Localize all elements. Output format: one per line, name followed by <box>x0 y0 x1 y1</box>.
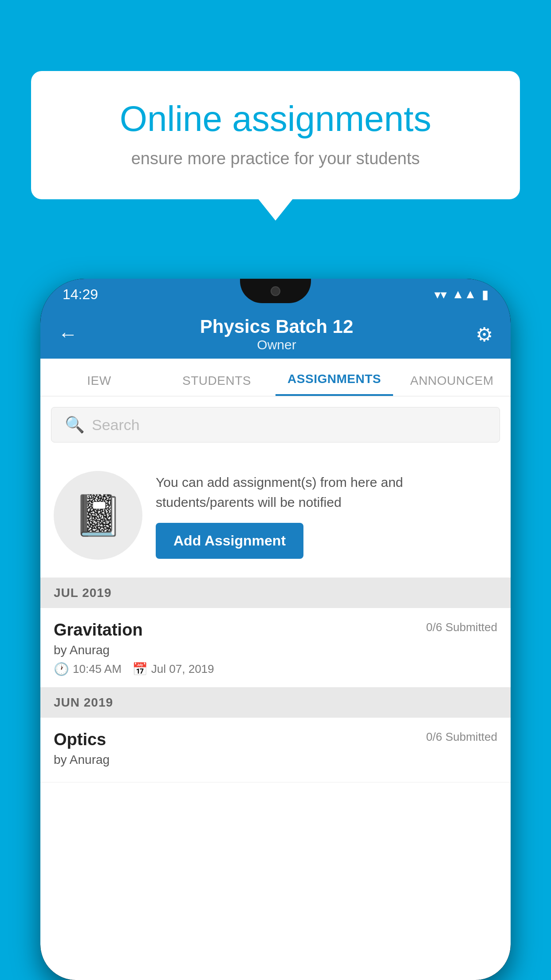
assignment-optics[interactable]: Optics 0/6 Submitted by Anurag <box>40 718 511 782</box>
assignment-top-row-optics: Optics 0/6 Submitted <box>54 730 497 749</box>
app-header: ← Physics Batch 12 Owner ⚙ <box>40 310 511 359</box>
phone-content: 🔍 Search 📓 You can add assignment(s) fro… <box>40 396 511 980</box>
calendar-icon: 📅 <box>132 662 148 676</box>
speech-bubble: Online assignments ensure more practice … <box>31 71 520 199</box>
add-assignment-section: 📓 You can add assignment(s) from here an… <box>40 453 511 578</box>
signal-icon: ▲▲ <box>452 287 476 301</box>
add-assignment-description: You can add assignment(s) from here and … <box>156 472 497 512</box>
back-button[interactable]: ← <box>58 323 78 345</box>
assignment-submitted-optics: 0/6 Submitted <box>426 730 497 744</box>
assignment-by-optics: by Anurag <box>54 753 497 767</box>
wifi-icon: ▾▾ <box>434 287 447 302</box>
add-assignment-right: You can add assignment(s) from here and … <box>156 472 497 559</box>
settings-button[interactable]: ⚙ <box>476 323 493 346</box>
speech-bubble-container: Online assignments ensure more practice … <box>31 71 520 199</box>
camera <box>271 286 280 296</box>
section-header-jun: JUN 2019 <box>40 688 511 718</box>
assignment-submitted-gravitation: 0/6 Submitted <box>426 620 497 634</box>
search-bar[interactable]: 🔍 Search <box>51 407 500 443</box>
search-placeholder: Search <box>92 416 140 434</box>
tabs-bar: IEW STUDENTS ASSIGNMENTS ANNOUNCEM <box>40 359 511 396</box>
header-center: Physics Batch 12 Owner <box>200 316 354 352</box>
assignment-date-gravitation: 📅 Jul 07, 2019 <box>132 662 214 676</box>
assignment-gravitation[interactable]: Gravitation 0/6 Submitted by Anurag 🕐 10… <box>40 608 511 688</box>
bubble-title: Online assignments <box>62 98 489 140</box>
assignment-time-gravitation: 🕐 10:45 AM <box>54 662 122 676</box>
section-header-jul: JUL 2019 <box>40 578 511 608</box>
assignment-date-label: Jul 07, 2019 <box>151 662 214 676</box>
status-bar: 14:29 ▾▾ ▲▲ ▮ <box>40 279 511 310</box>
assignment-by-gravitation: by Anurag <box>54 643 497 657</box>
status-icons: ▾▾ ▲▲ ▮ <box>434 287 488 302</box>
phone-frame: 14:29 ▾▾ ▲▲ ▮ ← Physics Batch 12 Owner ⚙… <box>40 279 511 980</box>
tab-iew[interactable]: IEW <box>40 374 158 396</box>
notch <box>240 279 311 303</box>
assignment-icon-circle: 📓 <box>54 471 142 560</box>
clock-icon: 🕐 <box>54 662 69 676</box>
phone-screen: 14:29 ▾▾ ▲▲ ▮ ← Physics Batch 12 Owner ⚙… <box>40 279 511 980</box>
header-subtitle: Owner <box>200 337 354 352</box>
assignment-name-gravitation: Gravitation <box>54 620 143 640</box>
assignment-name-optics: Optics <box>54 730 106 749</box>
add-assignment-button[interactable]: Add Assignment <box>156 523 303 559</box>
assignment-meta-gravitation: 🕐 10:45 AM 📅 Jul 07, 2019 <box>54 662 497 676</box>
notebook-icon: 📓 <box>73 492 123 539</box>
search-icon: 🔍 <box>65 415 85 434</box>
tab-announcements[interactable]: ANNOUNCEM <box>393 374 511 396</box>
status-time: 14:29 <box>63 286 98 303</box>
tab-assignments[interactable]: ASSIGNMENTS <box>276 372 393 396</box>
tab-students[interactable]: STUDENTS <box>158 374 276 396</box>
header-title: Physics Batch 12 <box>200 316 354 337</box>
assignment-top-row: Gravitation 0/6 Submitted <box>54 620 497 640</box>
bubble-subtitle: ensure more practice for your students <box>62 149 489 168</box>
battery-icon: ▮ <box>482 287 488 302</box>
assignment-time-label: 10:45 AM <box>73 662 122 676</box>
